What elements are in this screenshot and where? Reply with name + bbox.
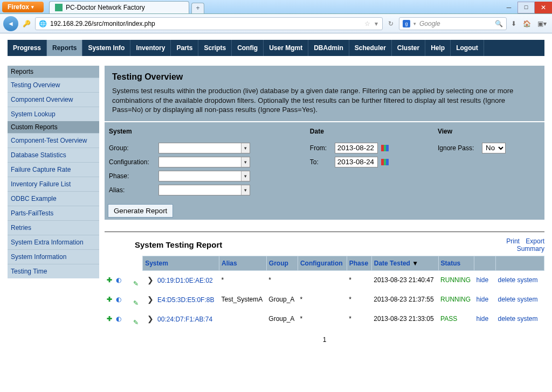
chevron-down-icon[interactable] xyxy=(241,185,250,195)
downloads-button[interactable]: ⬇ xyxy=(509,20,519,27)
log-icon[interactable]: ◐ xyxy=(116,315,123,323)
window-close-button[interactable] xyxy=(535,2,552,13)
expand-icon[interactable]: ❯ xyxy=(145,314,156,323)
new-tab-button[interactable]: + xyxy=(191,3,204,13)
browser-tab[interactable]: PC-Doctor Network Factory xyxy=(49,1,189,13)
col-status[interactable]: Status xyxy=(438,256,474,270)
expand-icon[interactable]: ❯ xyxy=(145,295,156,304)
expand-icon[interactable]: ❯ xyxy=(145,276,156,284)
chevron-down-icon[interactable] xyxy=(241,171,250,181)
from-date-input[interactable] xyxy=(335,143,378,153)
delete-system-link[interactable]: delete system xyxy=(498,296,538,303)
print-link[interactable]: Print xyxy=(506,237,520,245)
col-date-tested[interactable]: Date Tested ▼ xyxy=(371,256,438,270)
sidebar-item-component-test-overview[interactable]: Component-Test Overview xyxy=(8,133,99,148)
searchengine-icon: g xyxy=(403,20,410,27)
url-bar[interactable]: 🌐 192.168.29.26/src/monitor/index.php ☆ … xyxy=(35,17,383,30)
phase-combo[interactable] xyxy=(158,171,250,181)
log-icon[interactable]: ◐ xyxy=(116,276,123,284)
hide-link[interactable]: hide xyxy=(477,296,489,303)
cell-config: * xyxy=(298,290,347,309)
topnav-item-logout[interactable]: Logout xyxy=(451,40,484,56)
calendar-icon[interactable] xyxy=(381,145,389,151)
hide-link[interactable]: hide xyxy=(477,315,489,323)
group-combo[interactable] xyxy=(158,143,250,153)
dropdown-history-icon[interactable]: ▾ xyxy=(374,20,379,27)
add-icon[interactable]: ✚ xyxy=(107,315,114,323)
col-phase[interactable]: Phase xyxy=(347,256,371,270)
search-bar[interactable]: g ▾ Google 🔍 xyxy=(399,17,507,30)
search-submit-icon[interactable]: 🔍 xyxy=(495,20,503,27)
topnav-item-parts[interactable]: Parts xyxy=(171,40,198,56)
col-group[interactable]: Group xyxy=(266,256,298,270)
generate-bar: Generate Report xyxy=(105,202,544,220)
hide-link[interactable]: hide xyxy=(477,276,489,284)
sidebar-item-system-extra-information[interactable]: System Extra Information xyxy=(8,235,99,249)
cell-date: 2013-08-23 21:37:55 xyxy=(371,290,438,309)
filter-date-header: Date xyxy=(310,125,427,139)
export-link[interactable]: Export xyxy=(526,237,544,245)
system-link[interactable]: E4:D5:3D:E5:0F:8B xyxy=(157,296,214,304)
config-combo[interactable] xyxy=(158,157,250,167)
sidebar-item-database-statistics[interactable]: Database Statistics xyxy=(8,148,99,162)
topnav-item-system-info[interactable]: System Info xyxy=(82,40,130,56)
add-icon[interactable]: ✚ xyxy=(107,276,114,284)
sidebar-item-testing-time[interactable]: Testing Time xyxy=(8,264,99,278)
alias-combo[interactable] xyxy=(158,185,250,195)
sidebar-item-parts-failtests[interactable]: Parts-FailTests xyxy=(8,206,99,220)
col-system[interactable]: System xyxy=(143,256,219,270)
summary-link[interactable]: Summary xyxy=(517,245,544,253)
home-button[interactable]: 🏠 xyxy=(521,20,533,27)
sidebar-item-failure-capture-rate[interactable]: Failure Capture Rate xyxy=(8,162,99,177)
delete-system-link[interactable]: delete system xyxy=(498,315,538,323)
topnav-item-dbadmin[interactable]: DBAdmin xyxy=(308,40,349,56)
detail-icon[interactable]: ✎ xyxy=(126,293,141,306)
col-config[interactable]: Configuration xyxy=(298,256,347,270)
top-nav: ProgressReportsSystem InfoInventoryParts… xyxy=(8,40,544,56)
sidebar-item-odbc-example[interactable]: ODBC Example xyxy=(8,191,99,206)
system-link[interactable]: 00:19:D1:0E:AE:02 xyxy=(157,277,213,284)
firefox-menu-button[interactable]: Firefox xyxy=(2,2,44,12)
detail-icon[interactable]: ✎ xyxy=(126,274,141,286)
globe-icon: 🌐 xyxy=(39,20,47,27)
window-maximize-button[interactable] xyxy=(518,2,535,13)
bookmark-star-icon[interactable]: ☆ xyxy=(364,20,370,27)
topnav-item-reports[interactable]: Reports xyxy=(47,40,82,56)
detail-icon[interactable]: ✎ xyxy=(126,312,141,325)
generate-report-button[interactable]: Generate Report xyxy=(108,204,173,218)
to-date-input[interactable] xyxy=(335,157,378,167)
topnav-item-scripts[interactable]: Scripts xyxy=(198,40,232,56)
chevron-down-icon[interactable] xyxy=(241,157,250,167)
window-minimize-button[interactable] xyxy=(500,2,518,13)
back-button[interactable] xyxy=(3,16,18,31)
sidebar-item-testing-overview[interactable]: Testing Overview xyxy=(8,78,99,92)
site-identity-icon[interactable]: 🔑 xyxy=(20,20,33,27)
topnav-item-inventory[interactable]: Inventory xyxy=(130,40,171,56)
bookmarks-button[interactable]: ▣▾ xyxy=(535,20,549,27)
ignore-pass-select[interactable]: No xyxy=(482,143,506,153)
topnav-item-progress[interactable]: Progress xyxy=(8,40,47,56)
topnav-item-user-mgmt[interactable]: User Mgmt xyxy=(264,40,308,56)
sidebar-item-component-overview[interactable]: Component Overview xyxy=(8,92,99,107)
topnav-item-cluster[interactable]: Cluster xyxy=(392,40,425,56)
chevron-down-icon[interactable] xyxy=(241,143,250,153)
table-row: ✚ ◐ ✎❯ E4:D5:3D:E5:0F:8BTest_SystemAGrou… xyxy=(105,290,544,309)
delete-system-link[interactable]: delete system xyxy=(498,276,538,284)
reload-button[interactable]: ↻ xyxy=(385,20,397,27)
add-icon[interactable]: ✚ xyxy=(107,296,114,303)
browser-titlebar: Firefox PC-Doctor Network Factory + xyxy=(0,0,552,14)
sidebar-item-system-information[interactable]: System Information xyxy=(8,249,99,264)
topnav-item-scheduler[interactable]: Scheduler xyxy=(349,40,392,56)
topnav-item-config[interactable]: Config xyxy=(232,40,264,56)
sidebar-item-system-lookup[interactable]: System Lookup xyxy=(8,107,99,121)
col-alias[interactable]: Alias xyxy=(219,256,266,270)
sidebar-item-inventory-failure-list[interactable]: Inventory Failure List xyxy=(8,177,99,191)
label-config: Configuration: xyxy=(109,158,155,166)
calendar-icon[interactable] xyxy=(381,159,389,165)
system-link[interactable]: 00:24:D7:F1:AB:74 xyxy=(157,316,212,323)
sidebar-item-retries[interactable]: Retries xyxy=(8,220,99,235)
topnav-item-help[interactable]: Help xyxy=(425,40,451,56)
cell-alias: * xyxy=(219,270,266,290)
log-icon[interactable]: ◐ xyxy=(116,296,123,303)
searchengine-chevron-icon[interactable]: ▾ xyxy=(413,21,416,26)
